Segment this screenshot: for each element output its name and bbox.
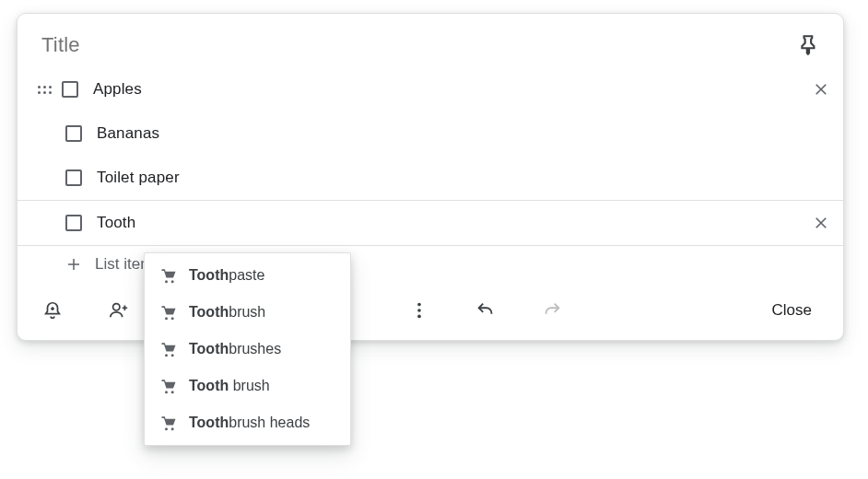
cart-icon — [159, 266, 178, 285]
delete-item-button[interactable] — [808, 76, 834, 102]
person-add-icon — [109, 300, 129, 321]
undo-button[interactable] — [473, 298, 499, 323]
svg-point-10 — [165, 391, 168, 393]
suggestion-text: Toothpaste — [189, 267, 264, 284]
svg-point-12 — [165, 427, 168, 430]
reminder-button[interactable] — [40, 298, 65, 323]
svg-point-13 — [171, 427, 174, 430]
svg-point-7 — [171, 317, 174, 320]
checkbox[interactable] — [62, 81, 78, 98]
item-text-input[interactable] — [95, 123, 795, 144]
more-vertical-icon — [409, 300, 429, 321]
svg-point-9 — [171, 354, 174, 356]
bell-plus-icon — [42, 300, 63, 321]
suggestion-item[interactable]: Toothbrush — [145, 294, 350, 331]
cart-icon — [159, 377, 178, 395]
more-button[interactable] — [406, 298, 432, 323]
svg-point-5 — [171, 280, 174, 283]
checkbox[interactable] — [65, 125, 82, 142]
drag-placeholder — [36, 215, 53, 231]
add-spacer — [36, 256, 53, 273]
pin-button[interactable] — [797, 33, 821, 57]
item-text-input[interactable] — [95, 168, 795, 188]
checklist-items — [18, 67, 843, 200]
svg-point-4 — [165, 280, 168, 283]
drag-placeholder — [36, 125, 53, 142]
item-text-input[interactable] — [91, 79, 795, 99]
redo-button[interactable] — [539, 298, 565, 323]
list-item-active — [18, 201, 843, 245]
add-item-row[interactable]: List item — [18, 246, 843, 285]
list-item — [18, 67, 843, 111]
suggestion-item[interactable]: Toothpaste — [145, 257, 350, 294]
suggestion-item[interactable]: Toothbrush heads — [145, 404, 350, 441]
cart-icon — [159, 340, 178, 358]
suggestion-item[interactable]: Toothbrushes — [145, 331, 350, 368]
list-item — [18, 156, 843, 200]
suggestion-item[interactable]: Tooth brush — [145, 368, 350, 404]
checkbox[interactable] — [65, 169, 82, 186]
close-button[interactable]: Close — [756, 294, 828, 327]
title-input[interactable] — [40, 32, 797, 58]
close-icon — [813, 125, 829, 142]
svg-point-11 — [171, 391, 174, 393]
cart-icon — [159, 303, 178, 321]
undo-icon — [475, 300, 496, 321]
close-icon — [813, 81, 829, 98]
svg-point-8 — [165, 354, 168, 356]
svg-point-0 — [113, 304, 120, 310]
suggestion-text: Toothbrush — [189, 304, 265, 321]
title-row — [18, 14, 843, 67]
item-text-input[interactable] — [95, 213, 795, 233]
pin-icon — [797, 33, 821, 57]
suggestion-text: Tooth brush — [189, 378, 270, 394]
list-item — [18, 111, 843, 156]
suggestion-text: Toothbrush heads — [189, 415, 310, 431]
active-item-section — [18, 201, 843, 245]
svg-point-2 — [417, 309, 421, 312]
note-card: List item — [17, 13, 844, 341]
cart-icon — [159, 414, 178, 432]
delete-item-button[interactable] — [808, 210, 834, 236]
autocomplete-dropdown: Toothpaste Toothbrush Toothbrushes Tooth… — [144, 252, 351, 446]
suggestion-text: Toothbrushes — [189, 341, 281, 357]
drag-handle-icon[interactable] — [36, 81, 53, 98]
drag-placeholder — [36, 169, 53, 186]
checkbox[interactable] — [65, 215, 82, 231]
close-icon — [813, 169, 829, 186]
toolbar: Close — [18, 285, 843, 340]
svg-point-3 — [417, 315, 421, 319]
close-icon — [813, 215, 829, 231]
plus-icon — [65, 256, 82, 273]
svg-point-1 — [417, 303, 421, 307]
collaborator-button[interactable] — [106, 298, 132, 323]
svg-point-6 — [165, 317, 168, 320]
redo-icon — [542, 300, 562, 321]
